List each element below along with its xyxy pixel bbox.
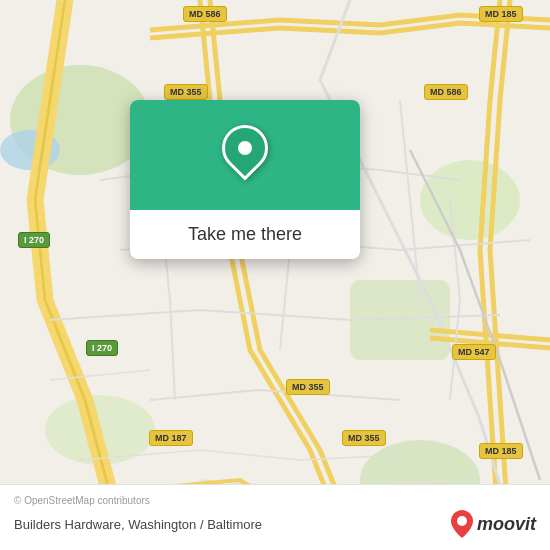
pin-head bbox=[212, 115, 277, 180]
popup-card: Take me there bbox=[130, 100, 360, 259]
bottom-bar: © OpenStreetMap contributors Builders Ha… bbox=[0, 484, 550, 550]
place-title: Builders Hardware, Washington / Baltimor… bbox=[14, 517, 262, 532]
badge-i270-lower: I 270 bbox=[86, 340, 118, 356]
map-container: MD 586 MD 185 MD 586 I 270 MD 355 I 270 … bbox=[0, 0, 550, 550]
badge-md586-right: MD 586 bbox=[424, 84, 468, 100]
badge-i270-left: I 270 bbox=[18, 232, 50, 248]
bottom-title-row: Builders Hardware, Washington / Baltimor… bbox=[14, 510, 536, 538]
badge-md586-top: MD 586 bbox=[183, 6, 227, 22]
attribution: © OpenStreetMap contributors bbox=[14, 495, 536, 506]
badge-md185-bottom: MD 185 bbox=[479, 443, 523, 459]
badge-md355-lower: MD 355 bbox=[286, 379, 330, 395]
badge-md355-bottom: MD 355 bbox=[342, 430, 386, 446]
badge-md187: MD 187 bbox=[149, 430, 193, 446]
moovit-text: moovit bbox=[477, 514, 536, 535]
popup-top-section bbox=[130, 100, 360, 210]
location-pin bbox=[220, 125, 270, 185]
moovit-logo: moovit bbox=[451, 510, 536, 538]
badge-md185-top: MD 185 bbox=[479, 6, 523, 22]
pin-dot bbox=[238, 141, 252, 155]
svg-point-7 bbox=[457, 516, 467, 526]
map-roads bbox=[0, 0, 550, 550]
moovit-pin-icon bbox=[451, 510, 473, 538]
badge-md355-top: MD 355 bbox=[164, 84, 208, 100]
badge-md547: MD 547 bbox=[452, 344, 496, 360]
take-me-there-button[interactable]: Take me there bbox=[130, 210, 360, 259]
